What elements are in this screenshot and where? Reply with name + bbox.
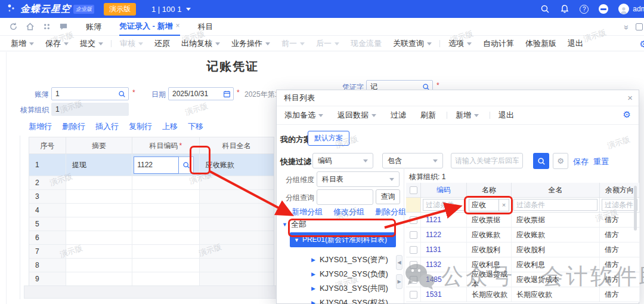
cell-summary[interactable] xyxy=(66,217,132,231)
toolbar-button[interactable]: 选项 xyxy=(448,38,472,49)
clear-filter-icon[interactable]: × xyxy=(499,199,509,211)
cell-code[interactable]: 1131 xyxy=(421,242,467,257)
cell-account-code[interactable] xyxy=(132,231,199,244)
checkbox[interactable] xyxy=(410,216,417,224)
row-action-link[interactable]: 新增行 xyxy=(29,121,52,132)
checkbox-cell[interactable] xyxy=(406,287,421,302)
checkbox-cell[interactable] xyxy=(406,228,421,242)
tree-node[interactable]: ▶KJYS03_SYS(共同) xyxy=(311,281,388,296)
checkbox-cell[interactable] xyxy=(406,272,421,287)
toolbar-button[interactable]: 退出 xyxy=(568,38,583,49)
tree-selected-node[interactable]: ▼PRE01(新会计准则科目表) xyxy=(290,232,396,247)
subject-row[interactable]: 1485应收退货成本应收退货成本借方 xyxy=(406,272,640,287)
toolbar-button[interactable]: 提交 xyxy=(80,38,103,49)
cell-code[interactable]: 1485 xyxy=(421,272,467,287)
reset-filter-link[interactable]: 重置 xyxy=(593,156,609,167)
gear-icon[interactable]: ⚙ xyxy=(640,39,644,50)
tab-item[interactable]: 账簿 xyxy=(86,18,101,36)
checkbox[interactable] xyxy=(410,291,417,299)
toolbar-button[interactable]: 还原 xyxy=(154,38,170,49)
filter-cell[interactable] xyxy=(512,198,600,212)
dialog-toolbar-button[interactable]: 返回数据 xyxy=(338,110,376,121)
cell-account-code[interactable] xyxy=(132,245,199,258)
cell-account-code[interactable] xyxy=(132,176,199,189)
subject-row[interactable]: 1531长期应收款长期应收款借方 xyxy=(406,287,640,302)
calendar-icon[interactable] xyxy=(223,90,231,98)
expand-right-handle[interactable]: ▶ xyxy=(396,274,402,289)
default-scheme-button[interactable]: 默认方案 xyxy=(308,131,349,146)
home-icon[interactable] xyxy=(26,22,35,31)
column-header[interactable]: 名称 xyxy=(467,183,512,197)
subject-row[interactable]: 1131应收股利应收股利借方 xyxy=(406,242,640,257)
collapse-toolbar-icon[interactable]: » xyxy=(622,25,631,29)
checkbox[interactable] xyxy=(410,276,417,284)
query-button[interactable]: 查询 xyxy=(376,189,400,204)
search-button[interactable] xyxy=(533,153,549,169)
cell-summary[interactable] xyxy=(66,259,132,272)
cell-account-code[interactable] xyxy=(132,259,199,272)
keyword-input[interactable] xyxy=(451,153,523,168)
voucher-row[interactable]: 3 xyxy=(29,190,274,204)
filter-cell[interactable]: 应收× xyxy=(467,198,512,212)
cell-summary[interactable] xyxy=(66,231,132,244)
group-action-link[interactable]: 新增分组 xyxy=(292,207,323,217)
cell-summary[interactable] xyxy=(66,245,132,258)
user-name[interactable]: admin xyxy=(633,5,644,13)
collapse-left-handle[interactable]: ◀ xyxy=(396,255,402,270)
apps-grid-icon[interactable] xyxy=(42,22,51,31)
tree-node[interactable]: ▶KJYS01_SYS(资产) xyxy=(311,253,388,267)
scrollbar[interactable] xyxy=(634,186,637,231)
cell-summary[interactable]: 提现 xyxy=(66,154,132,176)
cell-account-code[interactable] xyxy=(132,190,199,203)
cell-code[interactable]: 1122 xyxy=(421,228,467,242)
toolbar-button[interactable]: 体验新版 xyxy=(525,38,556,49)
dialog-toolbar-button[interactable]: 添加备选 xyxy=(284,110,323,121)
search-icon[interactable] xyxy=(118,90,126,98)
close-icon[interactable]: × xyxy=(176,17,180,35)
account-lookup-button[interactable] xyxy=(179,156,194,174)
row-action-link[interactable]: 下移 xyxy=(188,121,203,132)
checkbox[interactable] xyxy=(410,261,417,269)
voucher-row[interactable]: 1提现1122应收账款 xyxy=(29,154,274,176)
voucher-row[interactable]: 2 xyxy=(29,176,274,190)
dialog-toolbar-button[interactable]: 过滤 xyxy=(391,110,406,121)
fullscreen-icon[interactable] xyxy=(636,23,643,30)
subject-row[interactable]: 1122应收账款应收账款借方 xyxy=(406,228,640,242)
checkbox-cell[interactable] xyxy=(406,257,421,272)
cell-account-code[interactable] xyxy=(132,272,199,285)
cell-summary[interactable] xyxy=(66,176,132,189)
cell-code[interactable]: 1121 xyxy=(421,213,467,227)
account-code-editor[interactable]: 1122 xyxy=(134,156,194,174)
voucher-row[interactable]: 8 xyxy=(29,259,274,272)
tab-item[interactable]: 凭证录入 - 新增× xyxy=(119,18,180,36)
filter-input[interactable] xyxy=(423,199,465,211)
row-action-link[interactable]: 删除行 xyxy=(62,121,85,132)
filter-input[interactable] xyxy=(513,199,597,211)
filter-cell[interactable] xyxy=(421,198,467,212)
date-field[interactable]: 2025/10/31 xyxy=(168,87,234,100)
tree-root-node[interactable]: ▼全部 xyxy=(282,219,306,230)
voucher-row[interactable]: 5 xyxy=(29,217,274,231)
tab-item[interactable]: 科目 xyxy=(198,18,213,36)
cell-summary[interactable] xyxy=(66,190,132,203)
checkbox[interactable] xyxy=(410,231,417,239)
subject-row[interactable]: 1121应收票据应收票据借方 xyxy=(406,213,640,228)
cell-code[interactable]: 1132 xyxy=(421,257,467,272)
column-header[interactable]: 编码 xyxy=(421,183,467,197)
filter-field-select[interactable]: 编码 xyxy=(312,153,373,168)
filter-operator-select[interactable]: 包含 xyxy=(382,153,443,168)
help-icon[interactable]: ? xyxy=(580,5,589,14)
filter-settings-button[interactable]: ⚙ xyxy=(553,153,568,169)
cell-account-code[interactable] xyxy=(132,217,199,231)
toolbar-button[interactable]: 关联查询 xyxy=(393,38,432,49)
group-query-input[interactable] xyxy=(317,189,373,205)
close-icon[interactable]: × xyxy=(627,93,633,102)
voucher-row[interactable]: 9 xyxy=(29,272,274,286)
cell-code[interactable]: 1531 xyxy=(421,287,467,302)
toolbar-button[interactable]: 业务操作 xyxy=(231,38,270,49)
group-action-link[interactable]: 删除分组 xyxy=(375,207,406,217)
name-filter-input[interactable]: 应收× xyxy=(469,199,509,211)
account-code-input[interactable]: 1122 xyxy=(134,156,179,174)
group-dimension-select[interactable]: 科目表 xyxy=(317,171,400,187)
dialog-toolbar-button[interactable]: 退出 xyxy=(499,110,514,121)
